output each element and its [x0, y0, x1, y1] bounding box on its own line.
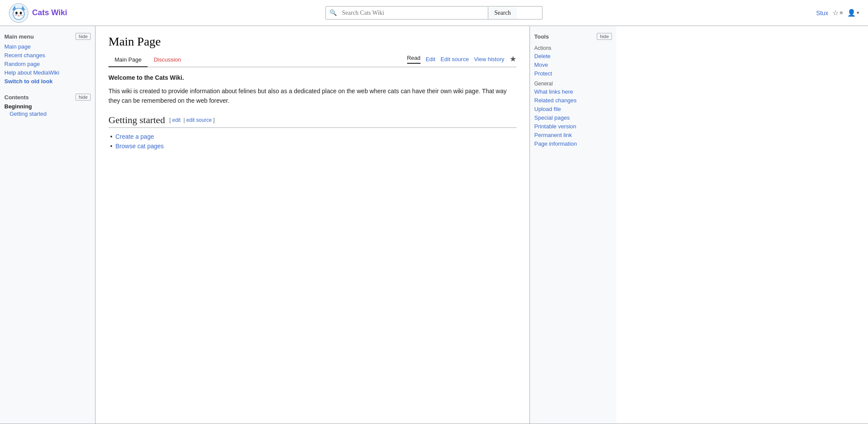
tools-link-what-links-here[interactable]: What links here	[534, 88, 573, 95]
create-page-link[interactable]: Create a page	[115, 133, 154, 140]
contents-beginning: Beginning	[4, 103, 91, 110]
section-edit-link[interactable]: edit	[172, 117, 181, 123]
tools-item-related-changes: Related changes	[534, 97, 612, 104]
tools-link-related-changes[interactable]: Related changes	[534, 97, 577, 104]
search-icon: 🔍	[326, 7, 340, 19]
logo-icon	[9, 3, 29, 23]
tools-link-special-pages[interactable]: Special pages	[534, 114, 570, 121]
watchlist-icon-button[interactable]: ☆ ≡	[832, 9, 843, 17]
tools-item-printable-version: Printable version	[534, 123, 612, 130]
browse-cat-pages-link[interactable]: Browse cat pages	[115, 143, 164, 150]
main-menu-title: Main menu	[4, 33, 34, 40]
tab-edit-source[interactable]: Edit source	[441, 56, 469, 62]
section-edit-links: [ edit | edit source ]	[169, 117, 215, 123]
svg-line-7	[14, 15, 17, 15]
tools-link-move[interactable]: Move	[534, 62, 548, 68]
tools-link-protect[interactable]: Protect	[534, 70, 552, 77]
tools-item-delete: Delete	[534, 53, 612, 60]
tools-title: Tools	[534, 33, 549, 40]
watchlist-lines-icon: ≡	[839, 10, 843, 16]
sidebar-item-recent-changes: Recent changes	[4, 52, 91, 59]
header: Cats Wiki 🔍 Search Stux ☆ ≡ 👤 ▾	[0, 0, 868, 26]
contents-section: Contents hide Beginning Getting started	[4, 94, 91, 117]
sidebar-item-old-look: Switch to old look	[4, 78, 91, 85]
sidebar-link-old-look[interactable]: Switch to old look	[4, 78, 53, 85]
dropdown-icon: ▾	[857, 10, 859, 16]
watchlist-icon: ☆	[832, 9, 838, 17]
tabs-left: Main Page Discussion	[108, 53, 187, 67]
tools-actions-nav: Delete Move Protect	[534, 53, 612, 77]
article-intro: This wiki is created to provide informat…	[108, 86, 516, 106]
tab-read[interactable]: Read	[407, 55, 421, 64]
username-link[interactable]: Stux	[816, 10, 828, 16]
main-content: Main Page Main Page Discussion Read Edit…	[95, 26, 529, 424]
contents-header: Contents hide	[4, 94, 91, 101]
sidebar-link-recent-changes[interactable]: Recent changes	[4, 52, 45, 59]
sidebar-item-help: Help about MediaWiki	[4, 69, 91, 76]
sidebar-item-main-page: Main page	[4, 43, 91, 50]
tools-hide-button[interactable]: hide	[597, 33, 612, 40]
sidebar-item-random-page: Random page	[4, 61, 91, 68]
tabs-right: Read Edit Edit source View history ★	[407, 54, 516, 65]
search-form: 🔍 Search	[326, 6, 542, 20]
main-menu-header: Main menu hide	[4, 33, 91, 40]
sidebar-link-help[interactable]: Help about MediaWiki	[4, 69, 59, 76]
page-title: Main Page	[108, 35, 516, 49]
list-item-create-page: Create a page	[115, 133, 516, 140]
main-nav: Main page Recent changes Random page Hel…	[4, 43, 91, 85]
tools-link-permanent-link[interactable]: Permanent link	[534, 132, 572, 138]
svg-point-6	[18, 14, 20, 15]
tabs-bar: Main Page Discussion Read Edit Edit sour…	[108, 53, 516, 67]
tools-item-protect: Protect	[534, 70, 612, 77]
tools-item-move: Move	[534, 62, 612, 68]
tools-item-page-information: Page information	[534, 140, 612, 147]
layout: Main menu hide Main page Recent changes …	[0, 26, 868, 424]
tools-link-printable-version[interactable]: Printable version	[534, 123, 576, 130]
user-menu-button[interactable]: 👤 ▾	[847, 9, 859, 17]
tab-edit[interactable]: Edit	[426, 56, 435, 62]
tab-view-history[interactable]: View history	[474, 56, 504, 62]
contents-getting-started-link[interactable]: Getting started	[4, 111, 91, 117]
section-edit-source-link[interactable]: edit source	[186, 117, 212, 123]
tools-item-upload-file: Upload file	[534, 106, 612, 113]
search-button[interactable]: Search	[488, 7, 517, 19]
logo-area: Cats Wiki	[9, 3, 95, 23]
tools-item-special-pages: Special pages	[534, 114, 612, 121]
sidebar-link-main-page[interactable]: Main page	[4, 43, 31, 50]
svg-point-5	[20, 12, 22, 14]
svg-point-4	[16, 12, 18, 14]
tools-general-nav: What links here Related changes Upload f…	[534, 88, 612, 147]
tools-link-delete[interactable]: Delete	[534, 53, 551, 59]
article-welcome: Welcome to the Cats Wiki.	[108, 74, 516, 81]
user-area: Stux ☆ ≡ 👤 ▾	[773, 9, 859, 17]
tools-actions-label: Actions	[534, 45, 612, 51]
sidebar-link-random-page[interactable]: Random page	[4, 61, 40, 67]
search-area: 🔍 Search	[95, 6, 773, 20]
list-item-browse-cat-pages: Browse cat pages	[115, 143, 516, 150]
site-name[interactable]: Cats Wiki	[32, 8, 67, 17]
star-button[interactable]: ★	[510, 54, 516, 64]
svg-point-3	[13, 8, 24, 20]
section-heading-getting-started: Getting started [ edit | edit source ]	[108, 114, 516, 128]
svg-line-10	[20, 15, 23, 16]
tab-discussion[interactable]: Discussion	[148, 53, 187, 67]
user-avatar-icon: 👤	[847, 9, 856, 17]
svg-line-9	[20, 15, 23, 15]
search-input[interactable]	[340, 7, 488, 19]
tools-item-permanent-link: Permanent link	[534, 132, 612, 139]
tab-main-page[interactable]: Main Page	[108, 53, 148, 67]
tools-link-page-information[interactable]: Page information	[534, 140, 577, 147]
svg-line-8	[14, 15, 17, 16]
contents-title: Contents	[4, 94, 29, 101]
tools-general-label: General	[534, 81, 612, 87]
section-heading-text: Getting started	[108, 114, 165, 126]
contents-hide-button[interactable]: hide	[76, 94, 91, 101]
sidebar: Main menu hide Main page Recent changes …	[0, 26, 95, 424]
tools-link-upload-file[interactable]: Upload file	[534, 106, 561, 112]
tools-item-what-links-here: What links here	[534, 88, 612, 95]
main-menu-hide-button[interactable]: hide	[76, 33, 91, 40]
tools-header: Tools hide	[534, 33, 612, 40]
getting-started-section: Getting started [ edit | edit source ] C…	[108, 114, 516, 150]
tools-sidebar: Tools hide Actions Delete Move Protect G…	[529, 26, 616, 424]
getting-started-list: Create a page Browse cat pages	[108, 133, 516, 150]
